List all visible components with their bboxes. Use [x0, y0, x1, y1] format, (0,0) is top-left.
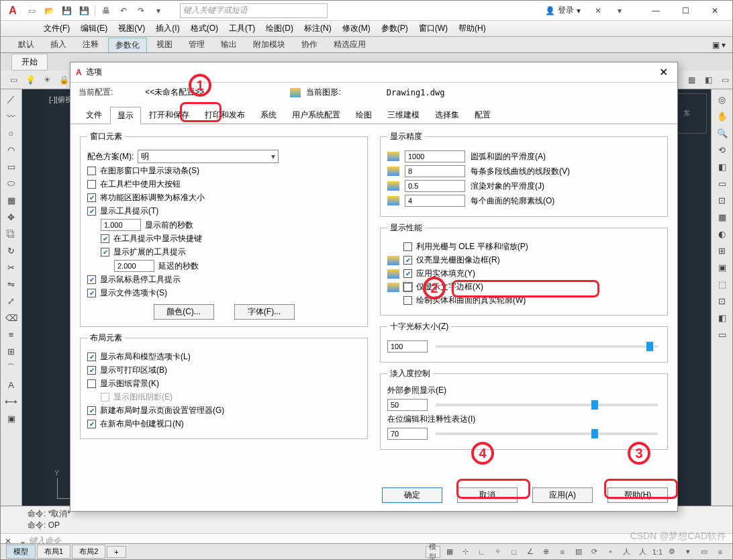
color-scheme-combo[interactable]: 明 — [138, 150, 279, 163]
chk-page-setup[interactable] — [87, 406, 96, 415]
menu-edit[interactable]: 编辑(E) — [75, 21, 113, 36]
polyline-seg-input[interactable] — [405, 165, 465, 177]
block-icon[interactable]: ▣ — [3, 411, 19, 426]
apply-button[interactable]: 应用(A) — [532, 487, 593, 503]
chk-hover-tooltip[interactable] — [87, 275, 96, 284]
ribbon-tab-output[interactable]: 输出 — [214, 38, 244, 52]
options-tab-display[interactable]: 显示 — [110, 107, 141, 124]
menu-insert[interactable]: 插入(I) — [150, 21, 185, 36]
render-smooth-input[interactable] — [405, 180, 465, 192]
surface-contour-input[interactable] — [405, 195, 465, 207]
anno2-icon[interactable]: 人 — [620, 546, 634, 558]
move-icon[interactable]: ✥ — [3, 209, 19, 224]
chk-bigbuttons[interactable] — [87, 180, 96, 189]
nav-wheel-icon[interactable]: ◎ — [714, 92, 730, 107]
snap-icon[interactable]: ⊹ — [459, 546, 473, 558]
redo-icon[interactable]: ↷ — [133, 3, 149, 18]
chk-create-viewport[interactable] — [87, 420, 96, 428]
lock-icon[interactable]: 🔒 — [56, 73, 71, 87]
chk-ribbon-icons[interactable] — [87, 193, 96, 202]
help-dropdown-icon[interactable]: ▾ — [612, 3, 628, 18]
dyn-icon[interactable]: ⊕ — [540, 546, 553, 558]
dialog-close-button[interactable]: ✕ — [655, 66, 672, 79]
tool-r9-icon[interactable]: ◐ — [714, 226, 730, 241]
transparency-icon[interactable]: ▨ — [572, 546, 585, 558]
fillet-icon[interactable]: ⌒ — [3, 361, 19, 375]
tool-r12-icon[interactable]: ⬚ — [714, 277, 730, 291]
login-button[interactable]: 👤 登录 ▾ — [541, 5, 585, 16]
ribbon-tab-express[interactable]: 精选应用 — [327, 38, 373, 52]
ribbon-tab-insert[interactable]: 插入 — [44, 38, 73, 52]
delay-seconds-input[interactable] — [114, 260, 154, 272]
menu-format[interactable]: 格式(O) — [185, 21, 224, 36]
lightbulb-icon[interactable]: 💡 — [23, 73, 38, 87]
grid-icon[interactable]: ▦ — [443, 546, 456, 558]
menu-draw[interactable]: 绘图(D) — [260, 21, 299, 36]
xref-fade-input[interactable] — [387, 399, 428, 411]
mirror-icon[interactable]: ⇋ — [3, 277, 19, 291]
tab-model[interactable]: 模型 — [6, 545, 36, 559]
scale-icon[interactable]: ⤢ — [3, 293, 19, 308]
tool-r6-icon[interactable]: ▭ — [714, 176, 730, 191]
sun-icon[interactable]: ☀ — [40, 73, 54, 87]
workspace-icon[interactable]: ▾ — [681, 546, 695, 558]
new-icon[interactable]: ▭ — [23, 3, 40, 18]
tab-layout1[interactable]: 布局1 — [37, 545, 70, 559]
inplace-fade-input[interactable] — [387, 428, 428, 440]
tool-a-icon[interactable]: ▦ — [684, 73, 699, 87]
zoom-icon[interactable]: 🔍 — [714, 126, 730, 140]
tool-b-icon[interactable]: ◧ — [701, 73, 716, 87]
seconds-before-input[interactable] — [101, 219, 141, 231]
ribbon-tab-manage[interactable]: 管理 — [182, 38, 211, 52]
chk-solid-fill[interactable] — [403, 269, 412, 278]
xref-fade-slider[interactable] — [436, 404, 658, 406]
menu-parametric[interactable]: 参数(P) — [376, 21, 413, 36]
circle-icon[interactable]: ○ — [3, 126, 19, 140]
arc-smooth-input[interactable] — [405, 150, 465, 162]
ok-button[interactable]: 确定 — [382, 487, 442, 503]
sb-model-button[interactable]: 模型 — [426, 546, 440, 558]
ribbon-tab-default[interactable]: 默认 — [11, 38, 41, 52]
ortho-icon[interactable]: ∟ — [475, 546, 489, 558]
tool-c-icon[interactable]: ▭ — [718, 73, 732, 87]
undo-icon[interactable]: ↶ — [115, 3, 132, 18]
array-icon[interactable]: ⊞ — [3, 344, 19, 359]
chk-extended-tooltip[interactable] — [101, 248, 109, 256]
chk-printable-area[interactable] — [87, 366, 96, 375]
options-tab-file[interactable]: 文件 — [79, 106, 109, 124]
exchange-icon[interactable]: ✕ — [590, 3, 606, 18]
erase-icon[interactable]: ⌫ — [3, 310, 19, 325]
tool-r11-icon[interactable]: ▣ — [714, 260, 730, 275]
options-tab-3d[interactable]: 三维建模 — [380, 106, 427, 124]
orbit-icon[interactable]: ⟲ — [714, 142, 730, 157]
offset-icon[interactable]: ≡ — [3, 327, 19, 342]
gear-icon[interactable]: ⚙ — [665, 546, 679, 558]
menu-view[interactable]: 视图(V) — [113, 21, 150, 36]
start-tab[interactable]: 开始 — [11, 54, 48, 71]
pan-icon[interactable]: ✋ — [714, 109, 730, 124]
options-tab-system[interactable]: 系统 — [253, 106, 284, 124]
arc-icon[interactable]: ◠ — [3, 142, 19, 157]
menu-tools[interactable]: 工具(T) — [224, 21, 260, 36]
ribbon-collapse-icon[interactable]: ▣ ▾ — [705, 39, 732, 51]
anno-icon[interactable]: ⋆ — [604, 546, 618, 558]
search-input[interactable]: 键入关键字或短语 — [180, 3, 328, 18]
maximize-button[interactable]: ☐ — [671, 1, 700, 20]
dimension-icon[interactable]: ⟷ — [3, 394, 19, 409]
ribbon-tab-parametric[interactable]: 参数化 — [108, 38, 147, 52]
close-button[interactable]: ✕ — [700, 1, 730, 20]
tool-r8-icon[interactable]: ▦ — [714, 209, 730, 224]
options-tab-profiles[interactable]: 配置 — [467, 106, 498, 124]
tool-r13-icon[interactable]: ⊡ — [714, 293, 730, 308]
ellipse-icon[interactable]: ⬭ — [3, 176, 19, 191]
save-icon[interactable]: 💾 — [58, 3, 75, 18]
tool-r10-icon[interactable]: ⊞ — [714, 243, 730, 258]
plot-icon[interactable]: 🖶 — [98, 3, 114, 18]
chk-tooltip[interactable] — [87, 207, 96, 216]
chk-raster-pan[interactable] — [403, 242, 412, 251]
anno3-icon[interactable]: 人 — [636, 546, 650, 558]
rect-icon[interactable]: ▭ — [3, 159, 19, 174]
customize-icon[interactable]: ≡ — [714, 546, 727, 558]
lw-icon[interactable]: ≡ — [556, 546, 569, 558]
tool-r7-icon[interactable]: ⊡ — [714, 193, 730, 207]
